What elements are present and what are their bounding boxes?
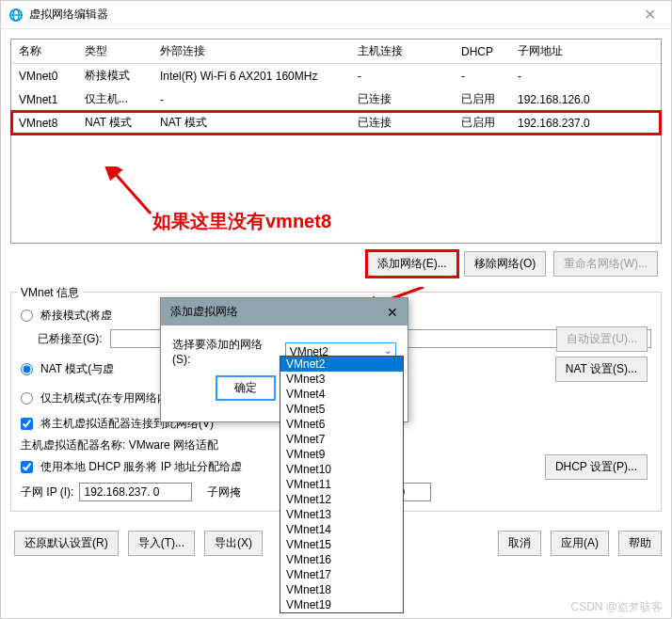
cell-dhcp: - — [454, 64, 510, 88]
col-name[interactable]: 名称 — [11, 40, 77, 64]
dropdown-item[interactable]: VMnet17 — [280, 567, 403, 582]
dhcp-settings-button[interactable]: DHCP 设置(P)... — [545, 454, 648, 480]
dialog-close-icon[interactable]: ✕ — [387, 305, 398, 320]
cell-name: VMnet1 — [11, 87, 77, 111]
dropdown-item[interactable]: VMnet14 — [280, 522, 403, 537]
dropdown-item[interactable]: VMnet6 — [280, 417, 403, 432]
dropdown-item[interactable]: VMnet15 — [280, 537, 403, 552]
col-type[interactable]: 类型 — [77, 40, 152, 64]
dropdown-item[interactable]: VMnet13 — [280, 507, 403, 522]
subnet-ip-label: 子网 IP (I): — [21, 484, 73, 500]
select-network-label: 选择要添加的网络(S): — [172, 337, 280, 366]
cell-ext: Intel(R) Wi-Fi 6 AX201 160MHz — [152, 64, 350, 88]
table-header-row: 名称 类型 外部连接 主机连接 DHCP 子网地址 — [11, 40, 661, 64]
export-button[interactable]: 导出(X) — [204, 531, 263, 556]
cell-dhcp: 已启用 — [454, 111, 510, 135]
col-ext[interactable]: 外部连接 — [152, 40, 350, 64]
rename-network-button[interactable]: 重命名网络(W)... — [553, 251, 658, 277]
dropdown-item[interactable]: VMnet9 — [280, 447, 403, 462]
subnet-ip-input[interactable] — [79, 483, 192, 501]
watermark: CSDN @盗梦骇客 — [570, 599, 663, 615]
dhcp-checkbox[interactable] — [21, 461, 33, 473]
titlebar: 虚拟网络编辑器 ✕ — [1, 1, 671, 29]
table-row[interactable]: VMnet0桥接模式Intel(R) Wi-Fi 6 AX201 160MHz-… — [11, 64, 661, 88]
cell-ext: NAT 模式 — [152, 111, 350, 135]
cell-type: 仅主机... — [77, 87, 152, 111]
nat-settings-button[interactable]: NAT 设置(S)... — [555, 357, 648, 382]
remove-network-button[interactable]: 移除网络(O) — [464, 251, 546, 277]
dropdown-item[interactable]: VMnet4 — [280, 387, 403, 402]
app-icon — [8, 8, 24, 23]
cell-host: - — [350, 64, 454, 88]
network-dropdown-list[interactable]: VMnet2VMnet3VMnet4VMnet5VMnet6VMnet7VMne… — [280, 356, 404, 613]
dropdown-item[interactable]: VMnet11 — [280, 477, 403, 492]
subnet-mask-label: 子网掩 — [207, 484, 241, 500]
col-dhcp[interactable]: DHCP — [454, 40, 510, 64]
dropdown-item[interactable]: VMnet3 — [280, 372, 403, 387]
cell-type: 桥接模式 — [77, 64, 152, 88]
nat-radio[interactable] — [21, 363, 33, 375]
network-buttons: 添加网络(E)... 移除网络(O) 重命名网络(W)... — [10, 244, 662, 284]
chevron-down-icon: ⌄ — [384, 345, 392, 356]
dialog-title: 添加虚拟网络 — [170, 304, 387, 320]
cell-type: NAT 模式 — [77, 111, 152, 135]
cell-subnet: 192.168.126.0 — [510, 87, 661, 111]
annotation-text: 如果这里没有vmnet8 — [152, 209, 331, 234]
table-row[interactable]: VMnet1仅主机...-已连接已启用192.168.126.0 — [11, 87, 661, 111]
help-button[interactable]: 帮助 — [618, 531, 662, 556]
bridge-label: 桥接模式(将虚 — [40, 308, 112, 324]
cell-host: 已连接 — [350, 111, 454, 135]
dhcp-label: 使用本地 DHCP 服务将 IP 地址分配给虚 — [40, 459, 242, 475]
restore-defaults-button[interactable]: 还原默认设置(R) — [14, 531, 119, 556]
cell-host: 已连接 — [350, 87, 454, 111]
col-host[interactable]: 主机连接 — [350, 40, 454, 64]
dropdown-item[interactable]: VMnet5 — [280, 402, 403, 417]
add-network-button[interactable]: 添加网络(E)... — [367, 251, 457, 277]
dropdown-item[interactable]: VMnet12 — [280, 492, 403, 507]
annotation-arrow-1 — [94, 167, 188, 223]
window-title: 虚拟网络编辑器 — [29, 7, 636, 23]
bridge-radio[interactable] — [21, 310, 33, 322]
fieldset-title: VMnet 信息 — [17, 285, 83, 301]
svg-line-3 — [113, 171, 151, 214]
table-row[interactable]: VMnet8NAT 模式NAT 模式已连接已启用192.168.237.0 — [11, 111, 661, 135]
auto-settings-button[interactable]: 自动设置(U)... — [556, 326, 648, 352]
cell-dhcp: 已启用 — [454, 87, 510, 111]
network-table: 名称 类型 外部连接 主机连接 DHCP 子网地址 VMnet0桥接模式Inte… — [10, 39, 662, 244]
hostonly-radio[interactable] — [21, 392, 33, 405]
cell-name: VMnet0 — [11, 64, 77, 88]
dropdown-item[interactable]: VMnet18 — [280, 582, 403, 597]
cell-name: VMnet8 — [11, 111, 77, 135]
dropdown-item[interactable]: VMnet16 — [280, 552, 403, 567]
bridged-to-label: 已桥接至(G): — [38, 331, 103, 347]
cell-subnet: 192.168.237.0 — [510, 111, 661, 135]
cancel-button[interactable]: 取消 — [498, 531, 541, 556]
close-icon[interactable]: ✕ — [636, 6, 664, 24]
dialog-ok-button[interactable]: 确定 — [216, 375, 276, 401]
dropdown-item[interactable]: VMnet7 — [280, 432, 403, 447]
cell-ext: - — [152, 87, 350, 111]
connect-adapter-checkbox[interactable] — [21, 418, 33, 430]
import-button[interactable]: 导入(T)... — [128, 531, 195, 556]
col-subnet[interactable]: 子网地址 — [510, 40, 661, 64]
dropdown-item[interactable]: VMnet10 — [280, 462, 403, 477]
dropdown-item[interactable]: VMnet2 — [280, 357, 403, 372]
nat-label: NAT 模式(与虚 — [40, 361, 114, 377]
cell-subnet: - — [510, 64, 661, 88]
dropdown-item[interactable]: VMnet19 — [280, 597, 403, 612]
dialog-titlebar: 添加虚拟网络 ✕ — [161, 298, 408, 325]
apply-button[interactable]: 应用(A) — [551, 531, 609, 556]
